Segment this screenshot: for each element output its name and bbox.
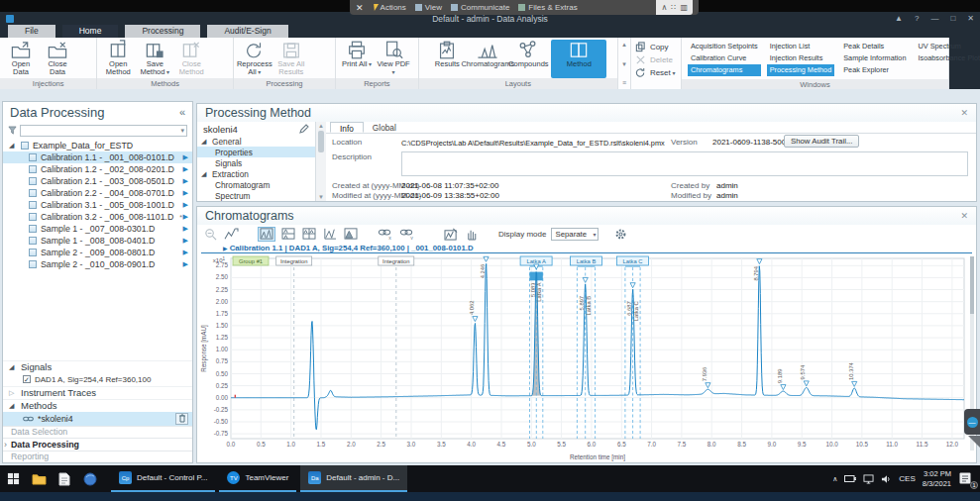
tree-item[interactable]: Calibration 3.1 - _005_008-1001.D▶ bbox=[3, 199, 192, 211]
signals-section-header[interactable]: ◢ Signals bbox=[3, 360, 192, 373]
tree-item[interactable]: Calibration 1.1 - _001_008-0101.D▶ bbox=[3, 151, 192, 163]
pin-window-icon[interactable]: ▲ bbox=[895, 14, 903, 23]
pin-icon[interactable]: ▥ bbox=[680, 3, 688, 12]
tab-file[interactable]: File bbox=[8, 25, 55, 38]
tree-item[interactable]: Sample 1 - _008_008-0401.D▶ bbox=[3, 235, 192, 247]
hidden-icons-chevron[interactable]: ∧ bbox=[832, 475, 837, 483]
expand-item-icon[interactable]: ▶ bbox=[183, 189, 188, 197]
link-y-axis-button[interactable]: y bbox=[398, 227, 415, 242]
expand-item-icon[interactable]: ▶ bbox=[183, 249, 188, 256]
print-all-button[interactable]: Print All bbox=[339, 40, 375, 78]
display-icon[interactable] bbox=[863, 474, 874, 484]
layout-stacked-button[interactable] bbox=[280, 227, 296, 242]
tab-info[interactable]: Info bbox=[330, 122, 364, 133]
methods-section-header[interactable]: ◢ Methods bbox=[3, 399, 192, 412]
window-toggle-uv-spectrum[interactable]: UV Spectrum bbox=[916, 41, 980, 52]
maximize-icon[interactable]: □ bbox=[950, 14, 955, 23]
close-panel-icon[interactable]: ✕ bbox=[960, 108, 968, 118]
tree-item[interactable]: Calibration 1.2 - _002_008-0201.D▶ bbox=[3, 163, 192, 175]
window-toggle-injection-list[interactable]: Injection List bbox=[767, 41, 834, 52]
close-data-button[interactable]: Close Data bbox=[40, 40, 75, 78]
open-data-button[interactable]: Open Data bbox=[3, 40, 39, 78]
taskbar-app[interactable]: DaDefault - admin - D... bbox=[300, 465, 407, 492]
scroll-down-icon[interactable]: ▼ bbox=[318, 194, 324, 200]
tv-close-icon[interactable]: ✕ bbox=[356, 3, 364, 13]
link-x-axis-button[interactable]: x bbox=[377, 227, 393, 242]
file-explorer-button[interactable] bbox=[26, 465, 52, 492]
method-item[interactable]: *skoleni4 bbox=[3, 412, 192, 426]
tv-actions-menu[interactable]: Actions bbox=[373, 3, 406, 12]
close-method-button[interactable]: Close Method bbox=[173, 40, 209, 78]
tree-item[interactable]: Calibration 2.1 - _003_008-0501.D▶ bbox=[3, 175, 192, 187]
collapse-icon[interactable]: ∧ bbox=[661, 3, 667, 12]
window-toggle-isoabsorbance-plot[interactable]: Isoabsorbance Plot bbox=[916, 52, 980, 64]
layout-results-button[interactable]: Results bbox=[429, 40, 465, 78]
tree-item[interactable]: Calibration 3.2 - _006_008-1101.D*▶ bbox=[3, 211, 192, 223]
window-toggle-peak-details[interactable]: Peak Details bbox=[840, 41, 909, 52]
expander-icon[interactable]: ▷ bbox=[9, 389, 17, 397]
display-mode-select[interactable]: Separate bbox=[551, 228, 599, 241]
delete-button[interactable]: Delete bbox=[635, 54, 677, 65]
tab-processing[interactable]: Processing bbox=[125, 25, 200, 38]
layout-compounds-button[interactable]: Compounds bbox=[510, 40, 546, 78]
scrollbar-thumb[interactable] bbox=[970, 256, 974, 314]
tree-item[interactable]: Calibration 2.2 - _004_008-0701.D▶ bbox=[3, 187, 192, 199]
copy-button[interactable]: Copy bbox=[635, 42, 677, 52]
battery-icon[interactable] bbox=[844, 474, 856, 483]
close-panel-icon[interactable]: ✕ bbox=[960, 211, 968, 221]
tree-item[interactable]: Sample 2 - _010_008-0901.D▶ bbox=[3, 258, 192, 270]
taskbar-app[interactable]: TVTeamViewer bbox=[219, 465, 296, 492]
tab-audit-esign[interactable]: Audit/E-Sign bbox=[207, 25, 287, 38]
manual-integration-button[interactable] bbox=[465, 227, 480, 242]
delete-method-button[interactable] bbox=[175, 413, 188, 425]
window-toggle-calibration-curve[interactable]: Calibration Curve bbox=[688, 52, 761, 64]
layout-scroller[interactable]: ▴ ▾ ≡ bbox=[618, 38, 630, 89]
pm-tree-node[interactable]: ◢Extraction bbox=[197, 168, 315, 179]
open-method-button[interactable]: Open Method bbox=[100, 40, 136, 78]
expand-item-icon[interactable]: ▶ bbox=[183, 201, 188, 209]
view-pdf-button[interactable]: View PDF bbox=[376, 40, 411, 78]
tree-item[interactable]: Sample 1 - _007_008-0301.D▶ bbox=[3, 223, 192, 235]
browser-button[interactable] bbox=[77, 465, 103, 492]
save-all-results-button[interactable]: Save All Results bbox=[273, 40, 309, 78]
tv-dock-controls[interactable]: ∧∷▥ bbox=[656, 0, 693, 15]
signal-header[interactable]: ▶ Calibration 1.1 | DAD1 A, Sig=254,4 Re… bbox=[201, 243, 972, 253]
minimize-icon[interactable]: — bbox=[930, 14, 938, 23]
window-toggle-acquisition-setpoints[interactable]: Acquisition Setpoints bbox=[688, 41, 761, 52]
document-app-button[interactable] bbox=[52, 465, 77, 492]
zoom-out-button[interactable] bbox=[203, 227, 218, 242]
collapse-panel-icon[interactable]: « bbox=[179, 106, 185, 118]
expand-item-icon[interactable]: ▶ bbox=[183, 177, 188, 185]
help-icon[interactable]: ? bbox=[915, 14, 919, 23]
grip-icon[interactable]: ∷ bbox=[671, 3, 676, 12]
expander-icon[interactable]: ◢ bbox=[9, 402, 17, 410]
nav-data-selection[interactable]: Data Selection bbox=[3, 426, 192, 439]
undo-zoom-button[interactable] bbox=[223, 227, 240, 242]
annotate-chart-button[interactable] bbox=[443, 227, 460, 242]
layout-chromatograms-button[interactable]: Chromatograms bbox=[470, 40, 505, 78]
instrument-traces-section-header[interactable]: ▷ Instrument Traces bbox=[3, 386, 192, 399]
pm-tree-node[interactable]: Spectrum bbox=[197, 190, 315, 201]
expander-icon[interactable]: ◢ bbox=[201, 138, 209, 146]
pm-tree-node[interactable]: Signals bbox=[197, 157, 315, 168]
expand-item-icon[interactable]: ▶ bbox=[183, 213, 188, 221]
layout-overlaid-button[interactable] bbox=[258, 227, 275, 242]
pm-tree-node[interactable]: Chromatogram bbox=[197, 179, 315, 190]
reprocess-all-button[interactable]: Reprocess All bbox=[237, 40, 272, 78]
filter-input[interactable] bbox=[20, 125, 187, 137]
pm-tree-node[interactable]: Properties bbox=[197, 147, 315, 157]
notification-center-button[interactable]: 1 bbox=[958, 471, 976, 487]
close-window-icon[interactable]: ✕ bbox=[967, 14, 974, 23]
start-button[interactable] bbox=[0, 465, 26, 492]
expand-item-icon[interactable]: ▶ bbox=[183, 237, 188, 245]
nav-reporting[interactable]: Reporting bbox=[3, 451, 192, 463]
scroll-up-icon[interactable]: ▴ bbox=[622, 41, 626, 49]
scroll-up-icon[interactable]: ▲ bbox=[318, 123, 324, 129]
scroll-down-icon[interactable]: ▾ bbox=[622, 60, 626, 68]
tv-view-menu[interactable]: View bbox=[415, 3, 442, 12]
layout-filled-button[interactable] bbox=[343, 227, 359, 242]
expander-icon[interactable]: ◢ bbox=[9, 142, 17, 150]
pm-tree-node[interactable]: ◢General bbox=[197, 136, 315, 147]
clock[interactable]: 3:02 PM 8/3/2021 bbox=[923, 469, 951, 488]
tree-item[interactable]: Sample 2 - _009_008-0801.D▶ bbox=[3, 247, 192, 258]
